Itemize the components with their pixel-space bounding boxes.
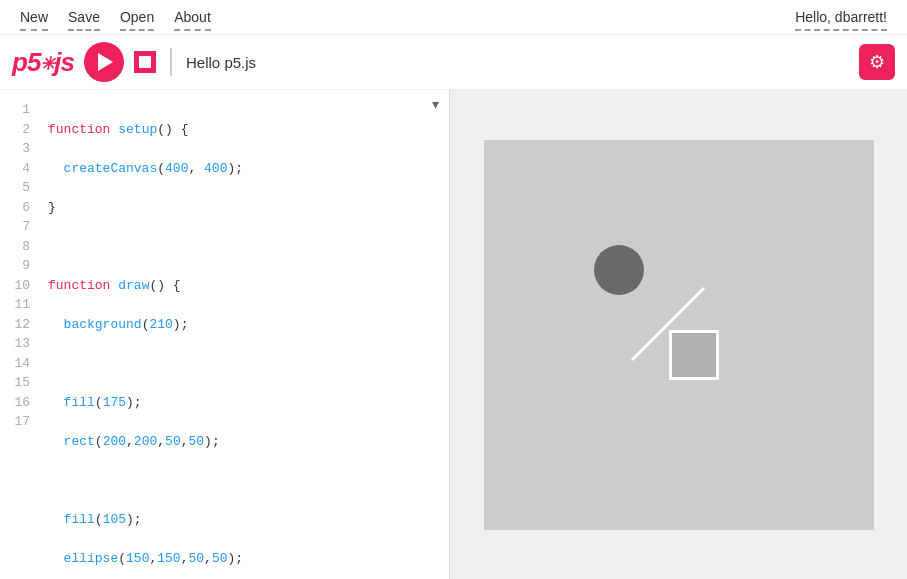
rect-shape [669,330,719,380]
collapse-arrow[interactable]: ▾ [432,96,439,112]
logo: p5✳js [12,47,74,78]
line-numbers: 12345 678910 1112131415 1617 [0,90,40,442]
canvas-preview [484,140,874,530]
main-content: ▾ 12345 678910 1112131415 1617 function … [0,90,907,579]
stop-icon [139,56,151,68]
settings-icon: ⚙ [869,51,885,73]
sketch-name: Hello p5.js [186,54,849,71]
settings-button[interactable]: ⚙ [859,44,895,80]
nav-links: New Save Open About [20,9,211,25]
code-area[interactable]: function setup() { createCanvas(400, 400… [40,90,449,579]
play-icon [98,53,113,71]
circle-shape [594,245,644,295]
play-button[interactable] [84,42,124,82]
nav-about[interactable]: About [174,9,211,25]
nav-new[interactable]: New [20,9,48,25]
preview-panel [450,90,907,579]
nav-save[interactable]: Save [68,9,100,25]
top-navigation: New Save Open About Hello, dbarrett! [0,0,907,35]
logo-text: p5✳js [12,47,74,78]
header-bar: p5✳js Hello p5.js ⚙ [0,35,907,90]
stop-button[interactable] [134,51,156,73]
divider [170,48,172,76]
user-greeting: Hello, dbarrett! [795,9,887,25]
nav-open[interactable]: Open [120,9,154,25]
editor-panel: ▾ 12345 678910 1112131415 1617 function … [0,90,450,579]
